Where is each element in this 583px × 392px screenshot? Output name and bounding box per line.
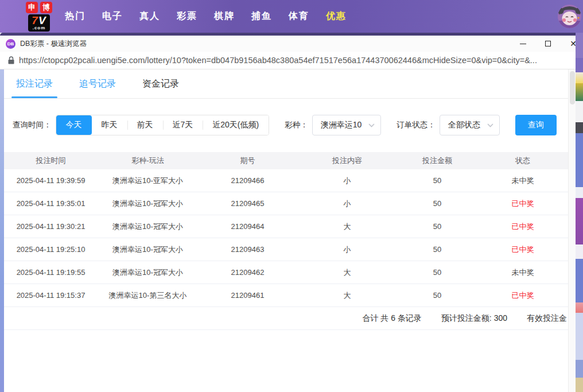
chevron-down-icon	[487, 123, 493, 127]
logo-suffix: .com	[32, 26, 46, 30]
time-option-2[interactable]: 前天	[127, 115, 163, 135]
bet-amount-cell: 50	[397, 199, 477, 208]
filter-bar: 查询时间： 今天昨天前天近7天近20天(低频) 彩种： 澳洲幸运10 订单状态：…	[13, 115, 568, 135]
summary-total-count: 合计 共 6 条记录	[362, 313, 421, 324]
browser-window-title: DB彩票 - 极速浏览器	[20, 39, 87, 49]
game-play-cell: 澳洲幸运10-冠军大小	[98, 199, 198, 209]
tab-fund-records[interactable]: 资金记录	[142, 78, 179, 90]
lottery-record-panel: 投注记录 追号记录 资金记录 查询时间： 今天昨天前天近7天近20天(低频) 彩…	[4, 69, 568, 392]
time-option-0[interactable]: 今天	[56, 115, 92, 135]
table-summary-row: 合计 共 6 条记录 预计投注金额: 300 有效投注金	[4, 307, 568, 330]
summary-expected-amount: 预计投注金额: 300	[441, 313, 507, 324]
column-header-5: 状态	[477, 156, 568, 166]
game-play-cell: 澳洲幸运10-冠军大小	[98, 267, 198, 278]
table-body: 2025-04-11 19:39:59 澳洲幸运10-亚军大小 21209466…	[4, 169, 568, 307]
browser-urlbar[interactable]: https://ctopcp02pcali.uengi5e.com/lotter…	[0, 52, 576, 69]
issue-number-cell: 21209466	[198, 176, 297, 185]
table-row[interactable]: 2025-04-11 19:19:55 澳洲幸运10-冠军大小 21209462…	[4, 261, 568, 284]
avatar-image	[558, 5, 581, 28]
table-row[interactable]: 2025-04-11 19:30:21 澳洲幸运10-冠军大小 21209464…	[4, 215, 568, 238]
column-header-1: 彩种-玩法	[98, 156, 198, 166]
table-row[interactable]: 2025-04-11 19:39:59 澳洲幸运10-亚军大小 21209466…	[4, 169, 568, 192]
minimize-button[interactable]	[519, 40, 527, 48]
game-play-cell: 澳洲幸运10-冠军大小	[98, 222, 198, 232]
bet-time-cell: 2025-04-11 19:19:55	[4, 268, 98, 277]
nav-item-1[interactable]: 电子	[102, 10, 123, 22]
bet-content-cell: 小	[297, 176, 397, 186]
time-option-3[interactable]: 近7天	[163, 115, 203, 135]
issue-number-cell: 21209464	[198, 222, 297, 231]
nav-menu: 热门电子真人彩票棋牌捕鱼体育优惠	[65, 10, 363, 22]
order-status-select[interactable]: 全部状态	[440, 115, 500, 135]
nav-item-6[interactable]: 体育	[289, 10, 309, 22]
status-cell: 未中奖	[477, 267, 568, 278]
scrollbar-thumb[interactable]	[570, 71, 575, 104]
table-row[interactable]: 2025-04-11 19:25:10 澳洲幸运10-冠军大小 21209463…	[4, 238, 568, 261]
bet-time-cell: 2025-04-11 19:35:01	[4, 199, 98, 208]
bet-time-cell: 2025-04-11 19:39:59	[4, 176, 98, 185]
column-header-3: 投注内容	[297, 156, 397, 166]
bet-time-cell: 2025-04-11 19:30:21	[4, 222, 98, 231]
bet-amount-cell: 50	[397, 268, 477, 277]
tab-bet-records[interactable]: 投注记录	[16, 78, 53, 90]
game-play-cell: 澳洲幸运10-第三名大小	[98, 290, 198, 301]
bet-time-cell: 2025-04-11 19:15:37	[4, 291, 98, 300]
order-status-select-value: 全部状态	[448, 120, 480, 130]
column-header-2: 期号	[198, 156, 297, 166]
time-option-4[interactable]: 近20天(低频)	[203, 115, 269, 135]
time-option-1[interactable]: 昨天	[92, 115, 127, 135]
active-tab-underline	[11, 96, 57, 98]
lock-icon	[8, 56, 14, 64]
game-play-cell: 澳洲幸运10-亚军大小	[98, 176, 198, 186]
bet-amount-cell: 50	[397, 245, 477, 254]
logo-badge-shen: 申	[26, 2, 38, 13]
record-tabs: 投注记录 追号记录 资金记录	[4, 69, 568, 99]
bet-content-cell: 大	[297, 290, 397, 301]
search-button[interactable]: 查询	[515, 115, 557, 135]
status-cell: 已中奖	[477, 244, 568, 255]
bet-time-cell: 2025-04-11 19:25:10	[4, 245, 98, 254]
logo-box: 7V .com	[28, 14, 49, 32]
summary-valid-amount: 有效投注金	[527, 313, 567, 324]
lottery-select-value: 澳洲幸运10	[321, 120, 362, 130]
nav-item-3[interactable]: 彩票	[177, 10, 197, 22]
nav-item-5[interactable]: 捕鱼	[251, 10, 272, 22]
bet-amount-cell: 50	[397, 291, 477, 300]
status-cell: 已中奖	[477, 290, 568, 301]
bet-amount-cell: 50	[397, 222, 477, 231]
page-background-left-strip	[0, 69, 4, 392]
status-cell: 已中奖	[477, 222, 568, 232]
status-filter-label: 订单状态：	[397, 120, 436, 130]
nav-item-2[interactable]: 真人	[139, 10, 160, 22]
logo-main-text: 7V	[32, 15, 46, 26]
game-play-cell: 澳洲幸运10-冠军大小	[98, 244, 198, 255]
column-header-0: 投注时间	[4, 156, 98, 166]
browser-titlebar[interactable]: DB DB彩票 - 极速浏览器	[0, 36, 576, 52]
status-cell: 未中奖	[477, 176, 568, 186]
user-avatar[interactable]	[558, 5, 581, 28]
site-logo[interactable]: 申 博 7V .com	[26, 2, 52, 32]
bet-amount-cell: 50	[397, 176, 477, 185]
logo-badge-bo: 博	[40, 2, 52, 13]
nav-item-7[interactable]: 优惠	[326, 10, 347, 22]
underlying-page-right-strip	[576, 33, 583, 392]
page-scrollbar[interactable]	[568, 69, 576, 392]
maximize-button[interactable]	[544, 40, 552, 48]
table-row[interactable]: 2025-04-11 19:15:37 澳洲幸运10-第三名大小 2120946…	[4, 284, 568, 307]
issue-number-cell: 21209462	[198, 268, 297, 277]
nav-item-4[interactable]: 棋牌	[214, 10, 235, 22]
issue-number-cell: 21209461	[198, 291, 297, 300]
table-row[interactable]: 2025-04-11 19:35:01 澳洲幸运10-冠军大小 21209465…	[4, 192, 568, 215]
bet-content-cell: 大	[297, 222, 397, 232]
status-cell: 已中奖	[477, 199, 568, 209]
window-controls: ✕	[519, 36, 577, 52]
lottery-filter-label: 彩种：	[285, 120, 308, 130]
nav-item-0[interactable]: 热门	[65, 10, 85, 22]
url-text[interactable]: https://ctopcp02pcali.uengi5e.com/lotter…	[19, 56, 537, 65]
tab-chase-records[interactable]: 追号记录	[79, 78, 116, 90]
chevron-down-icon	[368, 123, 375, 127]
bet-content-cell: 小	[297, 244, 397, 255]
bet-content-cell: 小	[297, 199, 397, 209]
lottery-select[interactable]: 澳洲幸运10	[312, 115, 382, 135]
table-header-row: 投注时间彩种-玩法期号投注内容投注金额状态	[4, 152, 568, 169]
